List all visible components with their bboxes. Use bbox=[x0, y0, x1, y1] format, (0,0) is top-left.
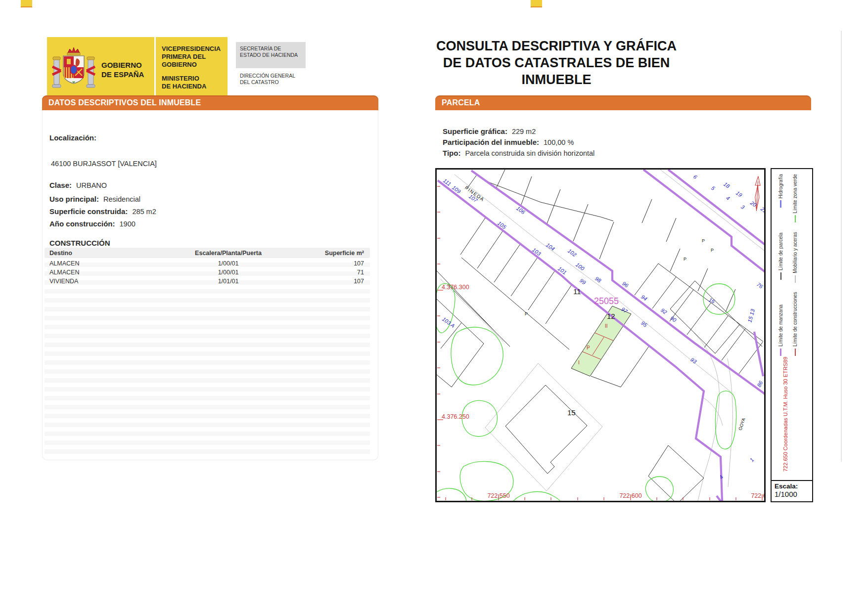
uso-principal-label: Uso principal: bbox=[49, 195, 99, 203]
ano-construccion-label: Año construcción: bbox=[49, 219, 115, 228]
page-top-mark-right bbox=[531, 0, 542, 7]
map-legend-items: Límite de manzana Límite de parcela Hidr… bbox=[774, 172, 802, 358]
field-superficie-construida: Superficie construida: 285 m2 bbox=[49, 207, 156, 216]
government-name-line1: GOBIERNO bbox=[101, 60, 144, 70]
map-house-number-94: 94 bbox=[640, 294, 648, 302]
address-value: 46100 BURJASSOT [VALENCIA] bbox=[51, 160, 157, 168]
legend-item-zona-verde: Límite zona verde bbox=[792, 174, 798, 223]
map-house-number-105: 105 bbox=[497, 220, 508, 230]
page-top-mark-left bbox=[21, 0, 32, 7]
construction-table-header: Destino Escalera/Planta/Puerta Superfici… bbox=[45, 248, 370, 258]
vicepresidency-line2: PRIMERA DEL GOBIERNO bbox=[162, 53, 206, 68]
map-house-number-5: 5 bbox=[710, 185, 717, 192]
legend-label-manzana: Límite de manzana bbox=[778, 305, 783, 347]
map-house-number-102: 102 bbox=[567, 248, 578, 258]
map-crs-note: 722.650 Coordenadas U.T.M. Huso 30 ETRS8… bbox=[782, 360, 788, 472]
map-house-number-93: 93 bbox=[689, 356, 698, 365]
map-house-number-18: 18 bbox=[723, 181, 731, 189]
legend-item-limite-manzana: Límite de manzana bbox=[778, 305, 783, 356]
map-floor-label-ii: II bbox=[605, 323, 608, 329]
row2-epp: 1/01/01 bbox=[148, 278, 308, 285]
map-house-number-99: 99 bbox=[579, 277, 587, 286]
field-uso-principal: Uso principal: Residencial bbox=[49, 195, 140, 203]
map-house-number-104: 104 bbox=[545, 242, 556, 252]
field-tipo: Tipo: Parcela construida sin división ho… bbox=[443, 149, 594, 157]
map-floor-label-p: P bbox=[587, 345, 590, 350]
map-parcel-number-15: 15 bbox=[567, 408, 576, 417]
row1-epp: 1/00/01 bbox=[148, 269, 308, 276]
government-name: GOBIERNO DE ESPAÑA bbox=[101, 60, 144, 79]
participacion-value: 100,00 % bbox=[544, 138, 574, 146]
superficie-construida-value: 285 m2 bbox=[132, 208, 156, 216]
map-patio-label-a: P bbox=[525, 311, 528, 316]
scale-value: 1/1000 bbox=[775, 490, 809, 498]
government-name-line2: DE ESPAÑA bbox=[101, 70, 144, 79]
col-superficie: Superficie m² bbox=[308, 250, 370, 257]
legend-item-limite-parcela: Límite de parcela bbox=[778, 232, 783, 280]
map-street-label-goya: GOYA bbox=[737, 417, 746, 431]
ministry-line1: MINISTERIO bbox=[162, 75, 199, 82]
map-legend-panel: Límite de manzana Límite de parcela Hidr… bbox=[771, 168, 813, 502]
ministry-line2: DE HACIENDA bbox=[162, 83, 206, 90]
field-superficie-grafica: Superficie gráfica: 229 m2 bbox=[443, 127, 536, 135]
col-destino: Destino bbox=[45, 250, 148, 257]
secretary-of-state-box: SECRETARÍA DE ESTADO DE HACIENDA bbox=[236, 42, 306, 68]
map-house-number-15-13: 15 13 bbox=[746, 308, 756, 323]
uso-principal-value: Residencial bbox=[103, 195, 140, 203]
superficie-grafica-label: Superficie gráfica: bbox=[443, 127, 507, 135]
legend-label-parcela: Límite de parcela bbox=[778, 232, 783, 270]
vicepresidency-line1: VICEPRESIDENCIA bbox=[162, 45, 221, 52]
clase-value: URBANO bbox=[76, 181, 107, 189]
map-coordinate-y1: 4.376.300 bbox=[442, 284, 469, 291]
map-block-number: 25055 bbox=[594, 296, 619, 306]
map-house-number-3: 3 bbox=[740, 204, 746, 211]
cadastral-map: PINEDA GOYA 11 15 12 25055 II P I 4.376.… bbox=[435, 168, 766, 502]
map-coordinate-x3: 722.650 bbox=[751, 492, 764, 499]
directorate-cadastre-label: DIRECCIÓN GENERAL DEL CATASTRO bbox=[236, 73, 306, 86]
scale-label: Escala: bbox=[775, 482, 809, 490]
ministry-block: VICEPRESIDENCIA PRIMERA DEL GOBIERNO MIN… bbox=[162, 37, 226, 102]
col-escalera-planta-puerta: Escalera/Planta/Puerta bbox=[148, 250, 308, 257]
map-house-number-21: 21 bbox=[759, 205, 764, 214]
row0-superficie: 107 bbox=[308, 260, 370, 267]
field-ano-construccion: Año construcción: 1900 bbox=[49, 219, 136, 228]
construccion-title: CONSTRUCCIÓN bbox=[49, 239, 110, 247]
page-title-line2: DE DATOS CATASTRALES DE BIEN INMUEBLE bbox=[415, 54, 697, 88]
hidrografia-swatch-icon bbox=[780, 200, 781, 208]
clase-label: Clase: bbox=[49, 181, 72, 189]
map-green-zone-lines bbox=[437, 283, 736, 501]
tipo-value: Parcela construida sin división horizont… bbox=[465, 149, 594, 157]
legend-label-hidrografia: Hidrografía bbox=[778, 174, 783, 198]
spain-coat-of-arms-icon bbox=[51, 45, 96, 94]
participacion-label: Participación del inmueble: bbox=[443, 138, 539, 146]
map-coordinate-x1: 722.550 bbox=[487, 492, 509, 499]
map-house-number-19: 19 bbox=[735, 190, 743, 198]
mobiliario-swatch-icon bbox=[795, 275, 796, 283]
ministry-label: MINISTERIO DE HACIENDA bbox=[162, 75, 206, 90]
map-house-number-4: 4 bbox=[725, 195, 731, 201]
row2-destino: VIVIENDA bbox=[45, 278, 148, 285]
construcciones-swatch-icon bbox=[795, 349, 796, 356]
map-parcel-number-11: 11 bbox=[573, 287, 581, 296]
superficie-grafica-value: 229 m2 bbox=[512, 128, 536, 135]
map-coordinate-x2: 722.600 bbox=[619, 492, 641, 499]
map-house-number-86: 86 bbox=[756, 380, 764, 388]
tipo-label: Tipo: bbox=[443, 149, 460, 157]
construction-table-stripes bbox=[45, 258, 370, 457]
row0-destino: ALMACEN bbox=[45, 260, 148, 267]
map-house-number-90: 90 bbox=[669, 315, 678, 323]
legend-item-hidrografia: Hidrografía bbox=[778, 174, 783, 208]
field-participacion: Participación del inmueble: 100,00 % bbox=[443, 138, 574, 146]
localizacion-label: Localización: bbox=[49, 133, 96, 142]
page-title-line1: CONSULTA DESCRIPTIVA Y GRÁFICA bbox=[415, 38, 697, 54]
map-patio-label-d: P bbox=[684, 257, 686, 262]
legend-label-mobiliario: Mobiliario y aceras bbox=[792, 232, 798, 273]
legend-item-mobiliario: Mobiliario y aceras bbox=[792, 232, 798, 282]
map-house-number-103: 103 bbox=[531, 247, 543, 257]
row1-destino: ALMACEN bbox=[45, 269, 148, 276]
map-house-number-100: 100 bbox=[575, 262, 586, 272]
row0-epp: 1/00/01 bbox=[148, 260, 308, 267]
map-house-number-92: 92 bbox=[660, 307, 668, 315]
map-parcel-number-12: 12 bbox=[607, 312, 615, 320]
legend-label-zona-verde: Límite zona verde bbox=[792, 174, 798, 214]
